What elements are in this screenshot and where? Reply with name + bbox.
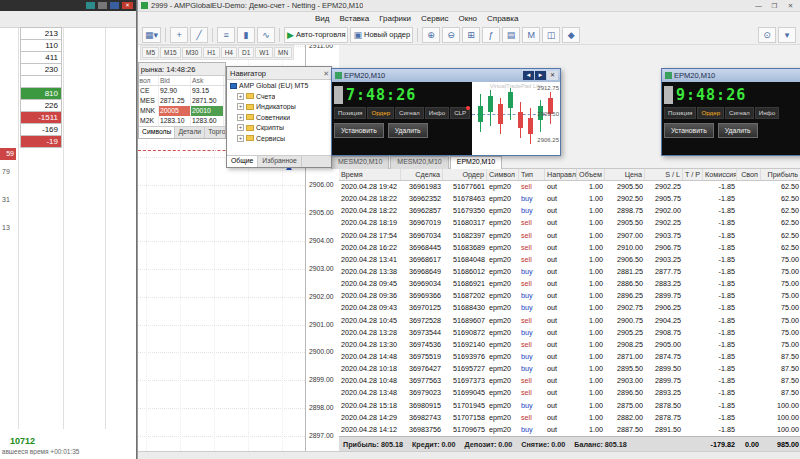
table-row[interactable]: 2020.04.28 18:223696285751679350epm20buy… — [339, 205, 800, 217]
table-row[interactable]: 2020.04.28 14:293698274351707158epm20sel… — [339, 412, 800, 424]
timeframe-m30[interactable]: M30 — [182, 47, 203, 58]
line-chart-icon[interactable]: ∿ — [257, 27, 275, 43]
timeframe-w1[interactable]: W1 — [255, 47, 273, 58]
table-row[interactable]: 2020.04.28 13:483697902351699045epm20sel… — [339, 387, 800, 399]
column-header[interactable]: T / P — [683, 169, 703, 180]
crosshair-icon[interactable]: + — [170, 27, 188, 43]
navigator-item[interactable]: +Скрипты — [235, 123, 331, 134]
menu-item[interactable]: Вид — [310, 14, 334, 23]
templates-icon[interactable]: M — [522, 27, 540, 43]
timeframe-mn[interactable]: MN — [274, 47, 292, 58]
grid-icon[interactable]: ⊞ — [462, 27, 480, 43]
table-row[interactable]: 2020.04.28 09:433697012551688430epm20buy… — [339, 302, 800, 314]
candles-chart-icon[interactable]: ▮ — [237, 27, 255, 43]
close-icon[interactable]: ✕ — [323, 67, 329, 80]
vtp-tab[interactable]: Позиция — [334, 107, 366, 119]
column-header[interactable]: S / L — [645, 169, 683, 180]
timeframe-m15[interactable]: M15 — [160, 47, 181, 58]
column-header[interactable]: Комиссия — [703, 169, 737, 180]
market-watch-tab[interactable]: Торговля — [205, 127, 225, 138]
menu-item[interactable]: Окно — [453, 14, 482, 23]
new-order-button[interactable]: ▣Новый ордер — [350, 27, 413, 43]
column-header[interactable]: Направле... — [545, 169, 577, 180]
minimize-button[interactable]: — — [751, 1, 766, 11]
vtp-tab[interactable]: Сигнал — [725, 107, 754, 119]
column-header[interactable]: Ордер — [443, 169, 487, 180]
navigator-root[interactable]: AMP Global (EU) MT5 — [227, 80, 331, 91]
expand-icon[interactable]: + — [237, 135, 244, 142]
timeframe-h1[interactable]: H1 — [203, 47, 219, 58]
column-header[interactable]: Символ — [487, 169, 519, 180]
timeframe-d1[interactable]: D1 — [238, 47, 254, 58]
navigator-tab[interactable]: Общие — [227, 156, 258, 167]
column-header[interactable]: Объем — [577, 169, 605, 180]
timeframe-h4[interactable]: H4 — [221, 47, 237, 58]
vtp-tab[interactable]: Ордер — [697, 107, 724, 119]
vtp-button[interactable]: Удалить — [718, 123, 758, 138]
vtp-tab[interactable]: Сигнал — [395, 107, 424, 119]
vtp-button[interactable]: Установить — [334, 123, 384, 138]
navigator-tab[interactable]: Избранное — [258, 156, 301, 167]
column-header[interactable]: Сделка — [401, 169, 443, 180]
column-header[interactable]: Время — [339, 169, 401, 180]
close-icon[interactable]: ✕ — [547, 71, 558, 80]
autotrade-button[interactable]: ▶Авто-торговля — [284, 27, 348, 43]
ladder-settings-icon[interactable] — [98, 2, 107, 9]
vtp-tab[interactable]: CLP — [450, 107, 470, 119]
zoom-in-icon[interactable]: ⊕ — [422, 27, 440, 43]
vtp-tab[interactable]: Инфо — [755, 107, 779, 119]
vtp-tab[interactable]: Позиция — [664, 107, 696, 119]
column-header[interactable]: Тип — [519, 169, 545, 180]
period-icon[interactable]: ◆ — [562, 27, 580, 43]
timeframe-m5[interactable]: M5 — [142, 47, 159, 58]
table-row[interactable]: 2020.04.28 15:183698091551701945epm20buy… — [339, 400, 800, 412]
panel-prev-icon[interactable]: ◄ — [523, 71, 534, 80]
expand-icon[interactable]: + — [237, 114, 244, 121]
vtp-button[interactable]: Удалить — [388, 123, 428, 138]
column-header[interactable]: Цена — [605, 169, 645, 180]
table-row[interactable]: 2020.04.28 13:303697453651692140epm20sel… — [339, 339, 800, 351]
menu-item[interactable]: Сервис — [416, 14, 453, 23]
menu-item[interactable]: Вставка — [334, 14, 374, 23]
bars-chart-icon[interactable]: ≡ — [217, 27, 235, 43]
table-row[interactable]: 2020.04.28 10:453697252851689607epm20sel… — [339, 315, 800, 327]
maximize-button[interactable]: ❐ — [767, 1, 782, 11]
vtp-tab[interactable]: Инфо — [425, 107, 449, 119]
table-row[interactable]: 2020.04.28 09:453696903451686921epm20sel… — [339, 278, 800, 290]
chart-tab[interactable]: MESM20,M10 — [331, 156, 389, 169]
vtp-button[interactable]: Установить — [664, 123, 714, 138]
panel-next-icon[interactable]: ► — [535, 71, 546, 80]
line-tool-icon[interactable]: ╱ — [190, 27, 208, 43]
menu-item[interactable]: Справка — [482, 14, 523, 23]
market-watch-tab[interactable]: Детали — [175, 127, 205, 138]
table-row[interactable]: 2020.04.28 13:283697354451690872epm20buy… — [339, 327, 800, 339]
navigator-titlebar[interactable]: Навигатор ✕ — [227, 67, 331, 80]
expand-icon[interactable]: + — [237, 124, 244, 131]
close-icon[interactable]: ✕ — [122, 2, 133, 9]
zoom-out-icon[interactable]: ⊖ — [442, 27, 460, 43]
symbols-dropdown[interactable]: ▦▾ — [142, 27, 161, 43]
table-row[interactable]: 2020.04.28 14:123698375651709675epm20buy… — [339, 424, 800, 436]
ladder-pin-icon[interactable] — [110, 2, 119, 9]
table-row[interactable]: 2020.04.28 18:193696701951680317epm20sel… — [339, 217, 800, 229]
column-header[interactable]: Прибыль — [761, 169, 800, 180]
tile-windows-icon[interactable]: ◫ — [542, 27, 560, 43]
table-row[interactable]: 2020.04.28 19:423696198351677661epm20sel… — [339, 181, 800, 193]
expand-icon[interactable]: + — [237, 103, 244, 110]
chart-window-1-titlebar[interactable]: EPM20,M10 ◄ ► ✕ — [332, 69, 560, 82]
table-row[interactable]: 2020.04.28 10:483697756351697373epm20sel… — [339, 375, 800, 387]
ladder-tool-icon[interactable] — [86, 2, 95, 9]
navigator-item[interactable]: +Советники — [235, 112, 331, 123]
table-row[interactable]: 2020.04.28 14:483697551951693976epm20buy… — [339, 351, 800, 363]
table-row[interactable]: 2020.04.28 13:413696861751684048epm20sel… — [339, 254, 800, 266]
search-icon[interactable]: ⊙ — [758, 27, 776, 43]
ladder-titlebar[interactable]: ✕ — [0, 0, 136, 11]
table-row[interactable]: 2020.04.28 18:223696235251678463epm20buy… — [339, 193, 800, 205]
vtp-tab[interactable]: Ордер — [367, 107, 394, 119]
ladder-cell[interactable]: -19 — [20, 135, 62, 148]
menu-item[interactable]: Графики — [374, 14, 416, 23]
market-watch-row[interactable]: MNK2000520010 — [139, 106, 225, 116]
navigator-item[interactable]: +Индикаторы — [235, 102, 331, 113]
close-button[interactable]: ✕ — [783, 1, 798, 11]
table-row[interactable]: 2020.04.28 13:383696864951686012epm20buy… — [339, 266, 800, 278]
